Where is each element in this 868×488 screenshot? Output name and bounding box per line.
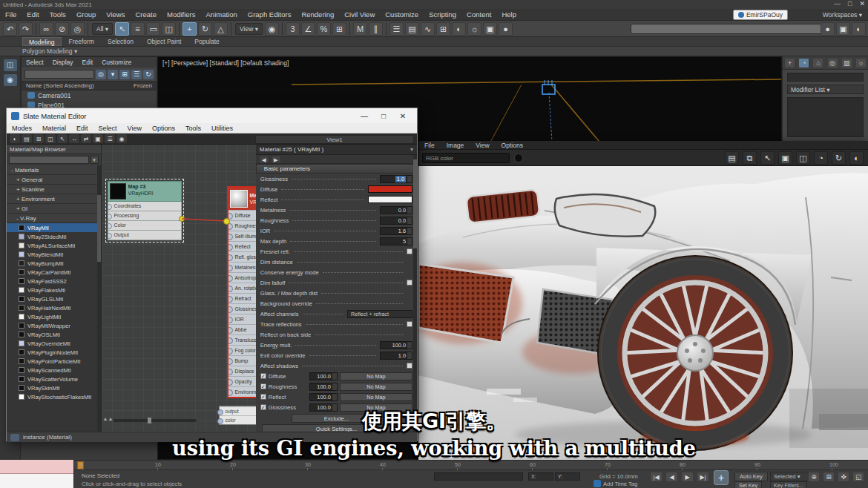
explorer-menu-edit[interactable]: Edit: [78, 56, 98, 68]
material-editor-window-controls[interactable]: —□✕: [355, 112, 412, 120]
mtl-node-slot-refl-gloss[interactable]: Refl. gloss: [228, 251, 256, 262]
select-pixel-icon[interactable]: ↖: [760, 151, 775, 165]
browser-material-vraylightmtl[interactable]: VRayLightMtl: [7, 312, 101, 321]
prev-frame-icon[interactable]: ◀: [665, 472, 678, 482]
browser-group-scanline[interactable]: + Scanline: [7, 185, 101, 194]
layout-icon[interactable]: ◫: [45, 134, 56, 143]
explorer-dock-icon[interactable]: ◫: [4, 59, 17, 71]
close-icon[interactable]: ✕: [859, 0, 865, 7]
account-chip[interactable]: EmirSPaOuy: [733, 10, 788, 20]
ribbon-tab-populate[interactable]: Populate: [188, 37, 226, 46]
spinner[interactable]: 5: [380, 237, 412, 245]
auto-key-button[interactable]: Auto Key: [734, 472, 768, 481]
mtl-node-slot-an-rotation[interactable]: An. rotation: [228, 283, 256, 293]
map-amount-spinner[interactable]: 100.0: [309, 393, 338, 401]
checkbox[interactable]: [407, 363, 412, 369]
explorer-menu-customize[interactable]: Customize: [97, 56, 136, 68]
window-controls[interactable]: —□✕: [834, 0, 865, 7]
browser-group-materials[interactable]: - Materials: [7, 165, 101, 175]
maximize-viewport-icon[interactable]: ◱: [852, 472, 864, 482]
rollout-basic-parameters[interactable]: Basic parameters: [256, 164, 417, 174]
browser-material-vraystochasticflakesmtl[interactable]: VRayStochasticFlakesMtl: [7, 392, 101, 401]
map-slot-button[interactable]: No Map: [340, 383, 412, 391]
render-menu-view[interactable]: View: [470, 139, 495, 151]
mtl-node-slot-diffuse[interactable]: Diffuse: [228, 210, 256, 220]
spinner[interactable]: 1.0: [380, 352, 412, 360]
explorer-menu-select[interactable]: Select: [22, 56, 48, 68]
browser-material-vrayfastsss2[interactable]: VRayFastSSS2: [7, 277, 101, 286]
maximize-icon[interactable]: □: [848, 0, 852, 7]
mtl-node-slot-roughness[interactable]: Roughness: [228, 220, 256, 231]
redo-icon[interactable]: ↷: [19, 22, 33, 36]
render-icon[interactable]: ●: [499, 22, 513, 36]
checkbox[interactable]: [407, 321, 412, 327]
explorer-find-icon[interactable]: ◎: [96, 70, 106, 79]
window-crossing-icon[interactable]: ◫: [162, 22, 176, 36]
material-editor-titlebar[interactable]: Slate Material Editor —□✕: [7, 108, 417, 123]
mtl-node-slot-refract[interactable]: Refract: [228, 293, 256, 303]
me-menu-view[interactable]: View: [122, 122, 147, 134]
menu-animation[interactable]: Animation: [201, 9, 243, 21]
browser-scrollbar[interactable]: [97, 165, 101, 432]
color-swatch[interactable]: [368, 196, 412, 203]
menu-rendering[interactable]: Rendering: [296, 9, 339, 21]
mtl-node-slot-environment[interactable]: Environment: [228, 386, 256, 397]
map-node-output-socket[interactable]: [179, 216, 185, 222]
move-icon[interactable]: +: [183, 22, 197, 36]
me-minimize-icon[interactable]: —: [355, 112, 374, 120]
material-editor-icon[interactable]: ◐: [452, 22, 466, 36]
container-dock-icon[interactable]: ◉: [4, 74, 17, 86]
play-icon[interactable]: ▶: [681, 472, 694, 482]
track-bar-timeline[interactable]: 0102030405060708090100: [74, 460, 868, 470]
toolbar-search-field[interactable]: [631, 24, 829, 34]
color-correct-icon[interactable]: ◔: [814, 151, 828, 165]
mtl-node-slot-opacity[interactable]: Opacity: [228, 376, 256, 386]
angle-snap-icon[interactable]: ∠: [301, 22, 315, 36]
render-region-icon[interactable]: ▣: [836, 22, 850, 36]
workspaces-dropdown[interactable]: Workspaces ▾: [823, 10, 862, 20]
map-checkbox[interactable]: ✓: [260, 383, 266, 389]
ribbon-tab-modeling[interactable]: Modeling: [22, 37, 62, 46]
modifier-stack-list[interactable]: [787, 97, 864, 137]
display-tab[interactable]: ▥: [841, 58, 852, 68]
parameter-scrollbar[interactable]: [413, 155, 417, 432]
browser-group-general[interactable]: + General: [7, 175, 101, 185]
mtl-node-slot-translucent[interactable]: Translucent: [228, 334, 256, 345]
mtl-node-slot-self-illum[interactable]: Self-Illum: [228, 231, 256, 241]
minimize-icon[interactable]: —: [834, 0, 841, 7]
menu-edit[interactable]: Edit: [22, 9, 44, 21]
map-node-slot-processing[interactable]: Processing: [108, 211, 182, 221]
browser-material-vraymtlwrapper[interactable]: VRayMtlWrapper: [7, 321, 101, 330]
me-maximize-icon[interactable]: □: [374, 112, 393, 120]
menu-tools[interactable]: Tools: [45, 9, 71, 21]
browser-material-vrayoslmtl[interactable]: VRayOSLMtl: [7, 330, 101, 339]
zoom-extents-icon[interactable]: ▣: [93, 134, 103, 143]
mtl-node-slot-abbe[interactable]: Abbe: [228, 324, 256, 334]
param-nav-back-icon[interactable]: ◀: [260, 156, 269, 163]
add-button[interactable]: +: [714, 470, 729, 485]
pick-material-icon[interactable]: ◐: [10, 134, 20, 143]
render-preset-icon[interactable]: ●: [821, 22, 835, 36]
clone-window-icon[interactable]: ▣: [778, 151, 792, 165]
rendered-frame-icon[interactable]: ▣: [483, 22, 497, 36]
layer-manager-icon[interactable]: ☰: [389, 22, 404, 36]
add-time-tag[interactable]: Add Time Tag: [594, 480, 637, 487]
render-last-icon[interactable]: ◐: [852, 22, 866, 36]
listener-pane[interactable]: [0, 474, 73, 488]
snap-toggle-icon[interactable]: 3: [286, 22, 300, 36]
browser-group-v-ray[interactable]: - V-Ray: [7, 214, 101, 223]
browser-material-vraycarpaintmtl[interactable]: VRayCarPaintMtl: [7, 268, 101, 277]
menu-civil-view[interactable]: Civil View: [339, 9, 380, 21]
browser-material-vraypluginnodemtl[interactable]: VRayPluginNodeMtl: [7, 348, 101, 357]
explorer-filter-icon[interactable]: ▾: [108, 70, 118, 79]
map-node-slot-color[interactable]: Color: [108, 221, 182, 231]
schematic-view-icon[interactable]: ⊞: [436, 22, 450, 36]
render-setup-icon[interactable]: ☼: [467, 22, 481, 36]
mtl-node-slot-metalness[interactable]: Metalness: [228, 262, 256, 272]
select-by-name-icon[interactable]: ≡: [131, 22, 145, 36]
explorer-settings-icon[interactable]: ☰: [131, 70, 142, 79]
map-amount-spinner[interactable]: 100.0: [309, 372, 338, 380]
mtl-node-slot-glossiness[interactable]: Glossiness: [228, 303, 256, 314]
browser-filter-icon[interactable]: ▾: [91, 156, 99, 164]
zoom-icon[interactable]: ⇄: [81, 134, 91, 143]
